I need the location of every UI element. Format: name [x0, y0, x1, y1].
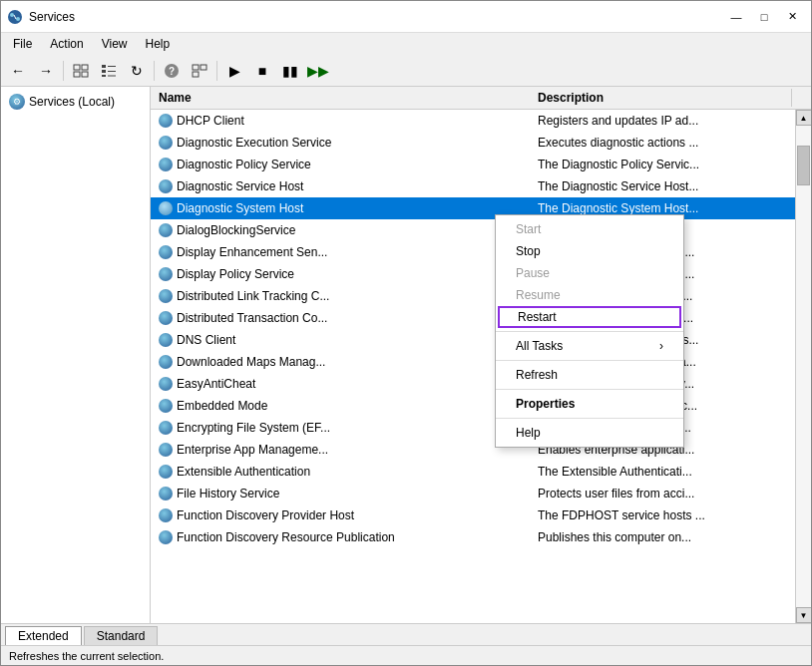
- table-row[interactable]: Embedded Mode The Embedded Mode servic..…: [151, 395, 795, 417]
- vertical-scrollbar[interactable]: ▲ ▼: [795, 110, 811, 623]
- ctx-sep-4: [496, 418, 683, 419]
- ctx-restart[interactable]: Restart: [498, 306, 681, 328]
- ctx-stop[interactable]: Stop: [496, 240, 683, 262]
- menu-file[interactable]: File: [5, 35, 40, 53]
- table-row[interactable]: DialogBlockingService Dialog Blocking Se…: [151, 219, 795, 241]
- table-row[interactable]: DHCP Client Registers and updates IP ad.…: [151, 110, 795, 132]
- svc-icon: [159, 223, 173, 237]
- table-row-selected[interactable]: Diagnostic System Host The Diagnostic Sy…: [151, 197, 795, 219]
- svc-icon: [159, 114, 173, 128]
- ctx-sep-3: [496, 389, 683, 390]
- svc-icon: [159, 487, 173, 500]
- svc-icon: [159, 289, 173, 303]
- table-row[interactable]: EasyAntiCheat Provides integrated securi…: [151, 373, 795, 395]
- app-icon: [7, 9, 23, 25]
- ctx-refresh[interactable]: Refresh: [496, 364, 683, 386]
- pause-button[interactable]: ▮▮: [277, 59, 303, 83]
- svc-icon: [159, 136, 173, 150]
- menu-bar: File Action View Help: [1, 33, 811, 55]
- sidebar-item-services-local[interactable]: ⚙ Services (Local): [5, 91, 146, 113]
- table-row[interactable]: Diagnostic Execution Service Executes di…: [151, 132, 795, 154]
- help-icon-btn[interactable]: ?: [159, 59, 185, 83]
- svg-rect-8: [102, 65, 106, 68]
- table-row[interactable]: File History Service Protects user files…: [151, 483, 795, 504]
- refresh-button[interactable]: ↻: [124, 59, 150, 83]
- restart-button[interactable]: ▶▶: [305, 59, 331, 83]
- svg-text:?: ?: [169, 66, 175, 77]
- svg-rect-5: [82, 65, 88, 70]
- svc-icon: [159, 245, 173, 259]
- table-row[interactable]: Distributed Link Tracking C... Maintains…: [151, 285, 795, 307]
- content-area: Name Description DHCP Client Registers a…: [151, 87, 811, 623]
- context-menu: Start Stop Pause Resume Restart All Task…: [495, 214, 684, 448]
- table-row[interactable]: Display Enhancement Sen... A service for…: [151, 241, 795, 263]
- table-row[interactable]: Extensible Authentication The Extensible…: [151, 461, 795, 483]
- table-row[interactable]: Function Discovery Provider Host The FDP…: [151, 504, 795, 526]
- export-button[interactable]: [187, 59, 212, 83]
- svg-point-2: [16, 17, 20, 21]
- scroll-thumb[interactable]: [797, 146, 810, 185]
- table-row[interactable]: Downloaded Maps Manag... Windows service…: [151, 351, 795, 373]
- table-row[interactable]: Distributed Transaction Co... Coordinate…: [151, 307, 795, 329]
- menu-action[interactable]: Action: [42, 35, 91, 53]
- menu-help[interactable]: Help: [138, 35, 179, 53]
- svc-icon: [159, 311, 173, 325]
- ctx-start[interactable]: Start: [496, 218, 683, 240]
- svg-rect-16: [193, 65, 199, 70]
- scroll-track[interactable]: [796, 126, 811, 607]
- ctx-all-tasks[interactable]: All Tasks ›: [496, 335, 683, 357]
- table-row[interactable]: Function Discovery Resource Publication …: [151, 526, 795, 548]
- play-button[interactable]: ▶: [221, 59, 247, 83]
- col-desc-header: Description: [534, 89, 791, 107]
- close-button[interactable]: ✕: [779, 7, 805, 27]
- window: Services — □ ✕ File Action View Help ← →…: [0, 0, 812, 666]
- table-row[interactable]: DNS Client The DNS Client service (dns..…: [151, 329, 795, 351]
- list-scroll-area: DHCP Client Registers and updates IP ad.…: [151, 110, 811, 623]
- svc-icon: [159, 158, 173, 171]
- list-view-button[interactable]: [96, 59, 122, 83]
- svg-rect-6: [74, 72, 80, 77]
- ctx-sep-2: [496, 360, 683, 361]
- table-row[interactable]: Diagnostic Policy Service The Diagnostic…: [151, 154, 795, 175]
- ctx-pause[interactable]: Pause: [496, 262, 683, 284]
- main-area: ⚙ Services (Local) Name Description DHCP…: [1, 87, 811, 623]
- services-local-icon: ⚙: [9, 94, 25, 110]
- ctx-resume[interactable]: Resume: [496, 284, 683, 306]
- maximize-button[interactable]: □: [751, 7, 777, 27]
- show-hide-button[interactable]: [68, 59, 94, 83]
- list-icon: [101, 64, 117, 78]
- scroll-down-arrow[interactable]: ▼: [796, 607, 812, 623]
- sidebar-label: Services (Local): [29, 95, 115, 109]
- scroll-up-arrow[interactable]: ▲: [796, 110, 812, 126]
- svc-icon: [159, 399, 173, 413]
- tab-extended[interactable]: Extended: [5, 626, 82, 645]
- minimize-button[interactable]: —: [723, 7, 749, 27]
- ctx-properties[interactable]: Properties: [496, 393, 683, 415]
- forward-button[interactable]: →: [33, 59, 59, 83]
- svc-icon: [159, 377, 173, 391]
- list-header: Name Description: [151, 87, 811, 110]
- toolbar: ← → ↻ ? ▶ ■ ▮▮ ▶▶: [1, 55, 811, 87]
- svc-icon: [159, 443, 173, 457]
- col-name-header: Name: [155, 89, 534, 107]
- header-scroll-placeholder: [791, 89, 807, 107]
- svg-rect-10: [102, 70, 106, 73]
- back-button[interactable]: ←: [5, 59, 31, 83]
- export-icon: [192, 64, 207, 78]
- menu-view[interactable]: View: [94, 35, 136, 53]
- toolbar-sep-2: [154, 61, 155, 81]
- svg-rect-17: [201, 65, 206, 70]
- table-row[interactable]: Encrypting File System (EF... Provides t…: [151, 417, 795, 439]
- stop-button[interactable]: ■: [249, 59, 275, 83]
- table-row[interactable]: Diagnostic Service Host The Diagnostic S…: [151, 175, 795, 197]
- ctx-sep-1: [496, 331, 683, 332]
- title-bar-left: Services: [7, 9, 75, 25]
- table-row[interactable]: Display Policy Service Manages the conne…: [151, 263, 795, 285]
- svc-icon: [159, 421, 173, 435]
- ctx-help[interactable]: Help: [496, 422, 683, 444]
- tabs-bar: Extended Standard: [1, 623, 811, 645]
- grid-icon: [73, 64, 89, 78]
- table-row[interactable]: Enterprise App Manageme... Enables enter…: [151, 439, 795, 461]
- tab-standard[interactable]: Standard: [84, 626, 159, 645]
- help-icon: ?: [164, 63, 180, 79]
